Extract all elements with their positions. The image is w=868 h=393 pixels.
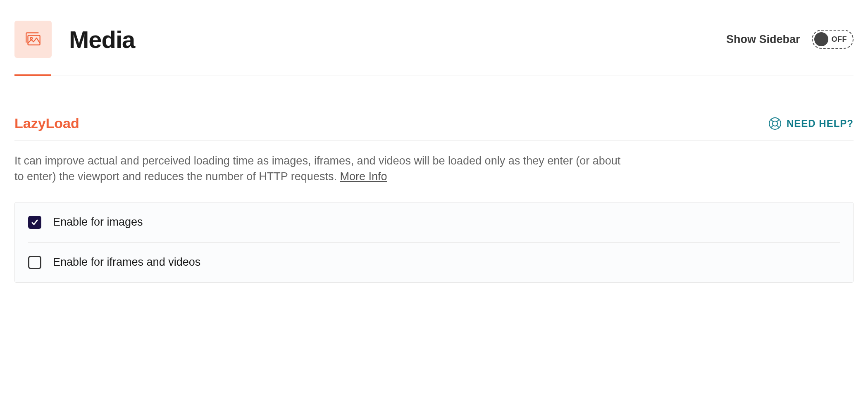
page-header: Media Show Sidebar OFF <box>14 21 854 58</box>
svg-point-3 <box>773 121 777 126</box>
option-enable-iframes-videos[interactable]: Enable for iframes and videos <box>28 242 840 282</box>
option-label: Enable for iframes and videos <box>53 256 200 269</box>
option-enable-images[interactable]: Enable for images <box>28 202 840 242</box>
media-icon-tile <box>14 21 52 58</box>
section-description-text: It can improve actual and perceived load… <box>14 155 620 183</box>
page-title: Media <box>69 26 135 53</box>
tab-active-indicator <box>14 74 51 76</box>
svg-line-4 <box>771 119 773 122</box>
svg-line-7 <box>777 125 779 128</box>
svg-line-5 <box>777 119 779 122</box>
toggle-knob <box>814 32 828 46</box>
svg-line-6 <box>771 125 773 128</box>
section-description: It can improve actual and perceived load… <box>14 153 626 185</box>
checkbox-enable-iframes-videos[interactable] <box>28 256 41 269</box>
show-sidebar-toggle[interactable]: OFF <box>812 30 854 49</box>
media-icon <box>23 29 43 50</box>
lifebuoy-icon <box>768 117 782 130</box>
toggle-state-text: OFF <box>832 35 847 44</box>
need-help-link[interactable]: NEED HELP? <box>768 117 854 130</box>
options-panel: Enable for images Enable for iframes and… <box>14 202 854 283</box>
svg-point-1 <box>31 38 33 40</box>
more-info-link[interactable]: More Info <box>340 170 387 183</box>
show-sidebar-label: Show Sidebar <box>726 33 800 46</box>
checkbox-enable-images[interactable] <box>28 216 41 229</box>
section-title: LazyLoad <box>14 115 79 131</box>
tab-strip <box>14 74 854 76</box>
header-right: Show Sidebar OFF <box>726 30 854 49</box>
check-icon <box>31 218 39 226</box>
header-left: Media <box>14 21 135 58</box>
section-header: LazyLoad NEED HELP? <box>14 115 854 141</box>
option-label: Enable for images <box>53 216 143 229</box>
need-help-text: NEED HELP? <box>787 118 854 129</box>
